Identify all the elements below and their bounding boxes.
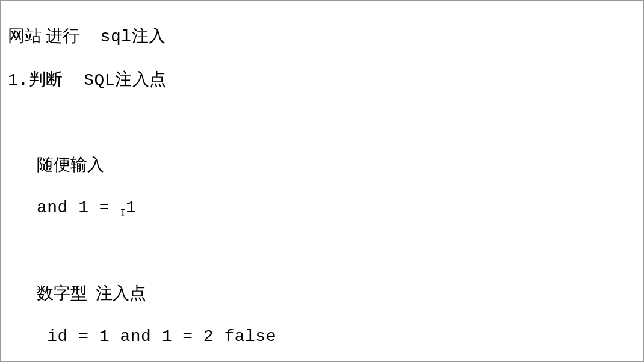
text: 注入点 [87, 284, 146, 302]
text: 网站 进行 [8, 26, 79, 45]
text: and 1 = [37, 198, 120, 217]
text: 1.判断 [8, 71, 63, 90]
line-numeric-heading: 数字型 注入点 [8, 283, 636, 304]
line-random-input-heading: 随便输入 [8, 154, 636, 175]
text: id = 1 and 1 = 2 false [37, 327, 276, 346]
text: sql注入 [79, 28, 166, 46]
text: 数字型 [37, 284, 87, 302]
line-title: 网站 进行 sql注入 [8, 25, 636, 48]
editor-window: 网站 进行 sql注入 1.判断 SQL注入点 随便输入 and 1 = I1 … [0, 0, 644, 362]
line-step1: 1.判断 SQL注入点 [8, 69, 636, 91]
text: SQL注入点 [63, 71, 167, 90]
text-cursor-icon: I [120, 207, 126, 219]
line-numeric-expr: id = 1 and 1 = 2 false [8, 325, 636, 347]
text: 随便输入 [37, 155, 104, 174]
text-content[interactable]: 网站 进行 sql注入 1.判断 SQL注入点 随便输入 and 1 = I1 … [1, 3, 643, 362]
line-and-expr: and 1 = I1 [8, 196, 636, 219]
text: 1 [126, 198, 136, 217]
blank-line [8, 112, 636, 133]
blank-line [8, 241, 636, 262]
